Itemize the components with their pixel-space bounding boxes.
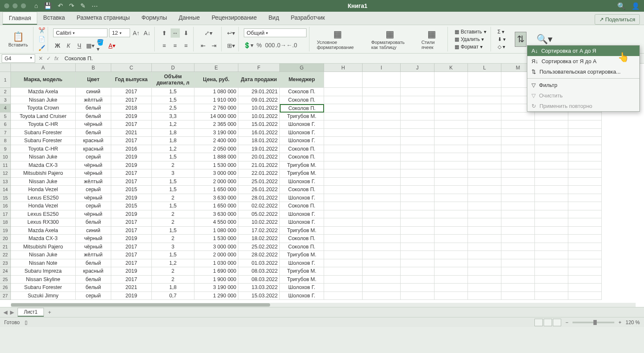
data-cell[interactable]: 3 bbox=[152, 243, 194, 251]
data-cell[interactable]: 2 bbox=[152, 194, 194, 202]
data-cell[interactable] bbox=[324, 161, 363, 170]
data-cell[interactable]: 02.02.2022 bbox=[238, 202, 280, 210]
zoom-level[interactable]: 120 % bbox=[626, 320, 640, 325]
data-cell[interactable] bbox=[363, 276, 401, 284]
data-cell[interactable]: чёрный bbox=[76, 120, 111, 129]
data-cell[interactable]: 2019 bbox=[111, 235, 152, 243]
data-cell[interactable] bbox=[501, 169, 535, 178]
data-cell[interactable]: 3 bbox=[152, 169, 194, 178]
data-cell[interactable] bbox=[535, 145, 568, 153]
data-cell[interactable] bbox=[568, 145, 602, 153]
data-cell[interactable] bbox=[434, 267, 468, 276]
data-cell[interactable] bbox=[568, 235, 602, 243]
data-cell[interactable]: 2019 bbox=[111, 153, 152, 161]
data-cell[interactable]: 2021 bbox=[111, 284, 152, 292]
custom-sort-item[interactable]: ⇅Пользовательская сортировка... bbox=[527, 67, 639, 77]
data-cell[interactable] bbox=[324, 292, 363, 300]
data-cell[interactable]: Honda Vezel bbox=[11, 202, 76, 210]
data-cell[interactable]: красный bbox=[76, 267, 111, 276]
name-box[interactable]: G4▾ bbox=[2, 54, 35, 63]
data-cell[interactable] bbox=[501, 153, 535, 161]
data-cell[interactable] bbox=[434, 251, 468, 259]
col-header[interactable]: F bbox=[238, 64, 280, 72]
header-cell[interactable]: Цена, руб. bbox=[194, 72, 238, 88]
data-cell[interactable] bbox=[401, 284, 434, 292]
row-header[interactable]: 27 bbox=[0, 292, 11, 300]
data-cell[interactable]: жёлтый bbox=[76, 251, 111, 259]
data-cell[interactable]: Lexus ES250 bbox=[11, 194, 76, 202]
header-cell[interactable]: Цвет bbox=[76, 72, 111, 88]
data-cell[interactable]: чёрный bbox=[76, 161, 111, 170]
data-cell[interactable] bbox=[434, 88, 468, 96]
select-all-corner[interactable] bbox=[0, 64, 11, 72]
data-cell[interactable] bbox=[468, 218, 501, 227]
data-cell[interactable] bbox=[501, 137, 535, 145]
data-cell[interactable] bbox=[324, 169, 363, 178]
data-cell[interactable] bbox=[401, 120, 434, 129]
qat[interactable]: ⌂ 💾 ↶ ↷ ✎ ⋯ bbox=[34, 2, 98, 10]
align-top-icon[interactable]: ⬆ bbox=[160, 28, 169, 38]
data-cell[interactable] bbox=[568, 169, 602, 178]
data-cell[interactable] bbox=[324, 243, 363, 251]
data-cell[interactable] bbox=[324, 202, 363, 210]
data-cell[interactable]: 2 bbox=[152, 276, 194, 284]
data-cell[interactable] bbox=[468, 169, 501, 178]
data-cell[interactable]: 1,5 bbox=[152, 178, 194, 186]
data-cell[interactable] bbox=[363, 96, 401, 105]
data-cell[interactable] bbox=[401, 267, 434, 276]
data-cell[interactable]: 19.01.2022 bbox=[238, 145, 280, 153]
data-cell[interactable] bbox=[468, 284, 501, 292]
data-cell[interactable] bbox=[363, 194, 401, 202]
data-cell[interactable]: 2018 bbox=[111, 104, 152, 113]
row-header[interactable]: 3 bbox=[0, 96, 11, 105]
data-cell[interactable] bbox=[468, 178, 501, 186]
row-header[interactable]: 23 bbox=[0, 259, 11, 268]
data-cell[interactable]: Тригубов М. bbox=[280, 227, 324, 235]
data-cell[interactable] bbox=[324, 210, 363, 219]
add-sheet-button[interactable]: + bbox=[44, 309, 56, 315]
filter-item[interactable]: ▽Фильтр bbox=[527, 80, 639, 90]
data-cell[interactable]: серый bbox=[76, 292, 111, 300]
data-cell[interactable] bbox=[535, 276, 568, 284]
data-cell[interactable] bbox=[568, 267, 602, 276]
data-cell[interactable] bbox=[468, 251, 501, 259]
cut-icon[interactable]: ✂️ bbox=[38, 27, 45, 33]
data-cell[interactable] bbox=[324, 88, 363, 96]
data-cell[interactable] bbox=[568, 276, 602, 284]
data-cell[interactable]: 4 550 000 bbox=[194, 218, 238, 227]
redo-icon[interactable]: ↷ bbox=[69, 2, 74, 10]
data-cell[interactable]: Соколов П. bbox=[280, 243, 324, 251]
data-cell[interactable] bbox=[535, 235, 568, 243]
ribbon-tab-2[interactable]: Разметка страницы bbox=[71, 12, 135, 25]
data-cell[interactable] bbox=[324, 113, 363, 121]
data-cell[interactable]: Mitsubishi Pajero bbox=[11, 169, 76, 178]
data-cell[interactable]: Subaru Forester bbox=[11, 129, 76, 137]
data-cell[interactable] bbox=[363, 88, 401, 96]
data-cell[interactable] bbox=[568, 243, 602, 251]
data-cell[interactable]: 2017 bbox=[111, 227, 152, 235]
data-cell[interactable] bbox=[468, 259, 501, 268]
row-header[interactable]: 12 bbox=[0, 169, 11, 178]
data-cell[interactable]: 1,2 bbox=[152, 120, 194, 129]
data-cell[interactable]: Тригубов М. bbox=[280, 161, 324, 170]
data-cell[interactable]: 05.02.2022 bbox=[238, 210, 280, 219]
data-cell[interactable]: Nissan Juke bbox=[11, 178, 76, 186]
data-cell[interactable] bbox=[363, 104, 401, 113]
data-cell[interactable]: 2 365 000 bbox=[194, 120, 238, 129]
data-cell[interactable]: 2017 bbox=[111, 243, 152, 251]
data-cell[interactable]: 10.01.2022 bbox=[238, 104, 280, 113]
data-cell[interactable] bbox=[501, 178, 535, 186]
decimal-inc-icon[interactable]: .0→ bbox=[276, 41, 286, 50]
data-cell[interactable] bbox=[401, 137, 434, 145]
data-cell[interactable]: 1 888 000 bbox=[194, 153, 238, 161]
brush-icon[interactable]: ✎ bbox=[80, 2, 86, 10]
wrap-text-icon[interactable]: ↩▾ bbox=[227, 28, 236, 38]
data-cell[interactable] bbox=[401, 194, 434, 202]
data-cell[interactable] bbox=[501, 129, 535, 137]
row-header[interactable]: 11 bbox=[0, 161, 11, 170]
data-cell[interactable]: белый bbox=[76, 259, 111, 268]
data-cell[interactable]: 2021 bbox=[111, 129, 152, 137]
data-cell[interactable] bbox=[363, 292, 401, 300]
data-cell[interactable]: 1,2 bbox=[152, 145, 194, 153]
data-cell[interactable] bbox=[468, 120, 501, 129]
